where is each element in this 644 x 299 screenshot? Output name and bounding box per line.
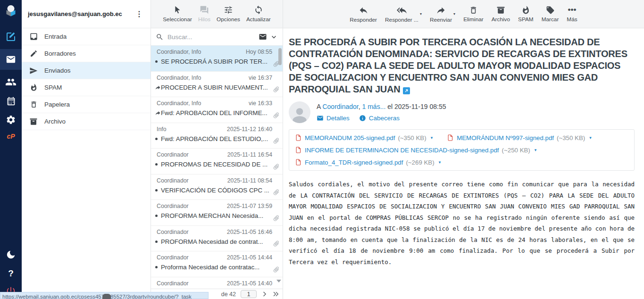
trash-icon	[469, 6, 478, 15]
last-page-icon[interactable]	[272, 291, 280, 297]
envelope-icon	[317, 115, 324, 122]
paperclip-icon	[273, 266, 280, 273]
message-sender: Coordinador, Info	[157, 49, 201, 55]
mark-button[interactable]: Marcar	[542, 6, 559, 23]
pdf-file-icon	[295, 146, 302, 154]
message-subject: Proforma Necesidad de contratac...	[161, 264, 272, 271]
more-recipients-link[interactable]: 1 más...	[362, 103, 386, 110]
attachment-name: INFORME DE DETERMINACION DE NECESIDAD-si…	[305, 147, 499, 154]
search-options-chevron-icon[interactable]	[271, 34, 277, 40]
message-date: 2025-11-12 16:40	[227, 126, 272, 133]
message-row[interactable]: Coordinador2025-11-07 13:59 PROFORMA MER…	[151, 200, 283, 226]
select-button[interactable]: Seleccionar	[163, 5, 192, 23]
message-row[interactable]: Coordinador, InfoHoy 08:55 SE PROCEDRÁ A…	[151, 46, 283, 72]
next-page-icon[interactable]	[261, 291, 268, 297]
avatar	[289, 101, 310, 123]
forward-button[interactable]: Reenviar	[430, 5, 452, 23]
folder-item-spam[interactable]: SPAM	[22, 79, 151, 96]
message-row[interactable]: Coordinador2025-11-11 08:54 VERIFICACIÓN…	[151, 174, 283, 200]
options-button[interactable]: Opciones	[217, 5, 240, 23]
forward-caret-icon[interactable]: ▾	[453, 12, 455, 16]
more-button[interactable]: ••• Más	[567, 5, 577, 23]
message-row[interactable]: Coordinador2025-11-11 16:54 PROFROMAS DE…	[151, 149, 283, 174]
paperclip-icon	[273, 240, 280, 247]
settings-icon[interactable]	[0, 110, 22, 129]
message-date: 2025-11-11 08:54	[227, 177, 272, 184]
reply-all-button[interactable]: Responder ...	[385, 5, 418, 23]
message-row[interactable]: Info2025-11-12 16:40 Fwd: APROBACIÓN DEL…	[151, 123, 283, 149]
headers-link[interactable]: Cabeceras	[359, 115, 400, 122]
pdf-file-icon	[295, 158, 302, 166]
message-date: 2025-11-05 14:40	[227, 280, 272, 287]
message-row[interactable]: Coordinador, Infovie 16:37 PROCEDER A SU…	[151, 72, 283, 98]
folder-item-enviados[interactable]: Enviados	[22, 62, 151, 79]
message-date: vie 16:33	[249, 100, 272, 107]
message-subject: VERIFICACIÓN DE CÓDIGOS CPC ...	[161, 187, 272, 194]
spam-button[interactable]: SPAM	[518, 6, 534, 23]
folder-actions-icon[interactable]	[102, 293, 111, 299]
message-date-text: el 2025-11-19 08:55	[387, 103, 446, 110]
cpanel-icon[interactable]: cP	[0, 129, 22, 143]
compose-icon[interactable]	[0, 27, 22, 46]
attachment-item[interactable]: MEMORANDUM 205-signed.pdf (~350 KB) ▾	[295, 134, 433, 141]
app-rail: cP ?	[0, 0, 22, 299]
attachment-size: (~250 KB)	[502, 147, 530, 154]
folder-item-papelera[interactable]: Papelera	[22, 96, 151, 113]
pdf-file-icon	[447, 134, 454, 141]
attachment-item[interactable]: INFORME DE DETERMINACION DE NECESIDAD-si…	[295, 146, 536, 154]
message-row[interactable]: Coordinador, Infovie 16:33 Fwd: APROBACI…	[151, 97, 283, 123]
list-scrollbar-thumb[interactable]	[278, 48, 282, 65]
refresh-icon	[254, 5, 263, 15]
contacts-icon[interactable]	[0, 73, 22, 91]
attachment-size: (~350 KB)	[398, 134, 426, 141]
dark-mode-icon[interactable]	[0, 245, 22, 264]
folder-item-entrada[interactable]: Entrada	[22, 28, 151, 45]
search-scope-envelope-icon[interactable]	[259, 33, 267, 41]
archive-button[interactable]: Archivo	[492, 6, 510, 23]
message-status-icon	[155, 136, 161, 142]
message-status-icon	[155, 239, 161, 245]
attachment-menu-caret-icon[interactable]: ▾	[535, 148, 537, 152]
threads-button[interactable]: Hilos	[198, 5, 210, 23]
attachment-menu-caret-icon[interactable]: ▾	[431, 135, 433, 140]
search-input[interactable]	[167, 33, 255, 41]
attachment-menu-caret-icon[interactable]: ▾	[589, 135, 592, 140]
send-icon	[29, 66, 38, 75]
list-scroll-down-icon[interactable]	[276, 280, 281, 282]
details-link[interactable]: Detalles	[317, 115, 350, 122]
message-sender: Coordinador	[157, 229, 189, 235]
current-page-button[interactable]: 1	[241, 290, 257, 298]
webmail-logo[interactable]	[0, 0, 22, 21]
reply-button[interactable]: Responder	[350, 5, 377, 23]
refresh-button[interactable]: Actualizar	[246, 5, 271, 23]
message-subject: Fwd: APROBACION DEL INFORME...	[161, 109, 272, 116]
delete-button[interactable]: Eliminar	[463, 6, 484, 23]
message-row[interactable]: Coordinador2025-11-05 14:40	[151, 277, 283, 289]
reply-all-caret-icon[interactable]: ▾	[420, 12, 422, 16]
attachment-item[interactable]: MEMORÁNDUM Nº997-signed.pdf (~350 KB) ▾	[447, 134, 592, 141]
mail-icon[interactable]	[0, 49, 22, 70]
message-sender: Coordinador	[157, 177, 189, 184]
open-in-new-icon[interactable]	[403, 87, 410, 94]
attachment-item[interactable]: Formato_4_TDR-signed-signed.pdf (~269 KB…	[295, 158, 441, 166]
message-view-panel: Responder Responder ... ▾ Reenviar ▾ Eli…	[283, 0, 644, 299]
attachment-menu-caret-icon[interactable]: ▾	[439, 160, 441, 165]
folder-item-archivo[interactable]: Archivo	[22, 113, 151, 130]
sliders-icon	[224, 5, 233, 15]
folder-item-borradores[interactable]: Borradores	[22, 45, 151, 62]
message-date: Hoy 08:55	[246, 49, 272, 55]
paperclip-icon	[273, 137, 280, 144]
recipient-link[interactable]: Coordinador	[322, 103, 358, 110]
message-body: Saludos cordiales, el motivo del present…	[289, 179, 635, 267]
account-menu-icon[interactable]: ⋮	[133, 9, 146, 18]
calendar-icon[interactable]	[0, 91, 22, 110]
pencil-icon	[29, 49, 38, 58]
message-sender: Coordinador	[157, 151, 189, 158]
message-row[interactable]: Coordinador2025-11-05 14:44 Proforma Nec…	[151, 251, 283, 277]
paperclip-icon	[273, 215, 280, 222]
help-icon[interactable]: ?	[0, 264, 22, 283]
message-row[interactable]: Coordinador2025-11-05 16:46 PROFORMA Nec…	[151, 226, 283, 252]
attachment-list: MEMORANDUM 205-signed.pdf (~350 KB) ▾ ME…	[289, 129, 635, 171]
message-list-panel: Seleccionar Hilos Opciones Actualizar Co…	[151, 0, 283, 299]
recipients-line: A Coordinador, 1 más... el 2025-11-19 08…	[317, 103, 446, 110]
